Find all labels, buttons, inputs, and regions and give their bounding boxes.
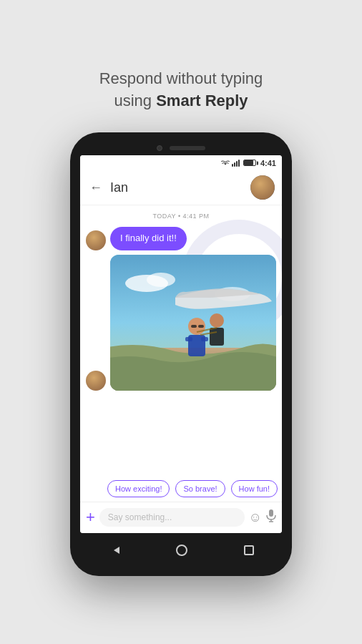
contact-avatar-header[interactable] [250, 175, 275, 200]
contact-name: Ian [110, 180, 250, 195]
sender-avatar-2 [86, 371, 106, 391]
svg-rect-11 [198, 325, 204, 328]
chat-area: TODAY • 4:41 PM I finally did it!! [80, 205, 282, 474]
photo-bubble [110, 255, 276, 391]
svg-rect-13 [210, 328, 224, 346]
add-button[interactable]: + [86, 509, 95, 525]
input-placeholder: Say something... [108, 512, 172, 522]
photo-message-row [86, 255, 276, 391]
message-bubble: I finally did it!! [110, 227, 187, 250]
svg-rect-10 [191, 325, 197, 328]
smart-reply-bar: How exciting! So brave! How fun! [80, 474, 282, 502]
svg-rect-16 [269, 509, 273, 517]
svg-point-12 [210, 313, 224, 328]
message-row-text: I finally did it!! [86, 227, 276, 250]
sender-avatar-1 [86, 230, 106, 250]
svg-point-3 [147, 273, 175, 287]
status-bar: 4:41 [80, 155, 282, 171]
skydive-image [110, 255, 276, 391]
camera-dot [157, 145, 162, 151]
status-icons: 4:41 [221, 159, 276, 167]
app-header: ← Ian [80, 171, 282, 205]
smart-reply-chip-0[interactable]: How exciting! [107, 480, 170, 497]
phone-top-bar [80, 145, 282, 151]
phone-device: 4:41 ← Ian TODAY • 4:41 PM I finally did… [70, 132, 292, 576]
phone-screen: 4:41 ← Ian TODAY • 4:41 PM I finally did… [80, 155, 282, 533]
headline-text: Respond without typing using Smart Reply [99, 68, 263, 112]
headline-line1: Respond without typing [99, 69, 263, 87]
nav-recent-button[interactable] [244, 545, 254, 555]
status-time: 4:41 [260, 159, 276, 167]
svg-rect-8 [185, 337, 192, 341]
back-button[interactable]: ← [87, 179, 104, 196]
chat-timestamp: TODAY • 4:41 PM [86, 213, 276, 220]
avatar-image [250, 175, 275, 200]
mic-icon [266, 509, 276, 522]
headline-bold: Smart Reply [156, 92, 248, 109]
emoji-button[interactable]: ☺ [249, 510, 262, 525]
wifi-icon [221, 160, 230, 167]
signal-icon [232, 160, 240, 167]
nav-home-button[interactable] [176, 545, 187, 556]
speaker-grille [170, 146, 205, 150]
smart-reply-chip-2[interactable]: How fun! [231, 480, 278, 497]
battery-icon [243, 160, 256, 166]
smart-reply-chip-1[interactable]: So brave! [175, 480, 225, 497]
message-input[interactable]: Say something... [99, 508, 245, 527]
nav-back-button[interactable] [108, 547, 119, 554]
svg-rect-9 [201, 337, 208, 341]
input-bar: + Say something... ☺ [80, 502, 282, 533]
headline-line2: using [114, 92, 156, 109]
mic-button[interactable] [266, 509, 276, 525]
nav-bar [80, 537, 282, 563]
